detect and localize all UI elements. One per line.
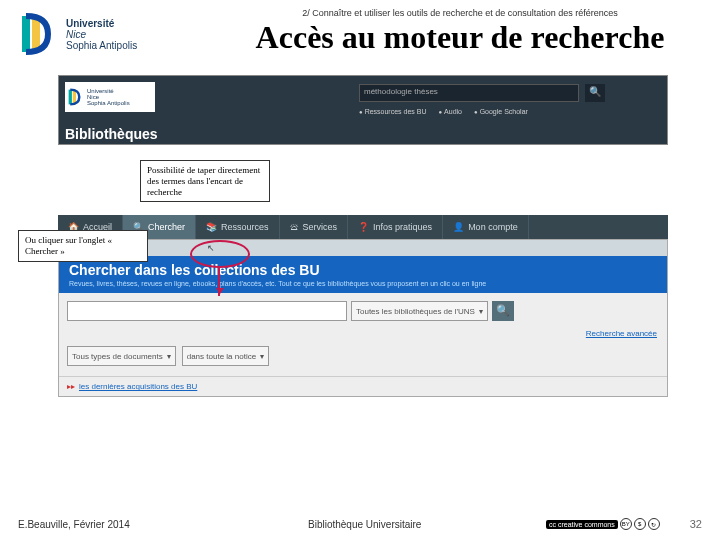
chevron-right-icon: ▸▸ xyxy=(67,382,75,391)
svg-rect-2 xyxy=(69,90,72,105)
bibliotheques-label: Bibliothèques xyxy=(65,126,158,142)
recent-acquisitions-link[interactable]: ▸▸ les dernières acquisitions des BU xyxy=(59,376,667,396)
field-dropdown[interactable]: dans toute la notice xyxy=(182,346,269,366)
logo-line3: Sophia Antipolis xyxy=(66,40,137,51)
search-banner: Chercher dans les collections des BU Rev… xyxy=(59,256,667,293)
search-heading: Chercher dans les collections des BU xyxy=(69,262,657,278)
search-page-screenshot: Accueil › Chercher ↖ Chercher dans les c… xyxy=(58,239,668,397)
cc-license: cccreative commons BY $ ↻ xyxy=(546,518,660,530)
header-tab-scholar[interactable]: Google Scholar xyxy=(474,108,528,115)
tab-compte[interactable]: 👤Mon compte xyxy=(443,215,529,239)
slide-title: Accès au moteur de recherche xyxy=(218,20,702,55)
cc-by-icon: BY xyxy=(620,518,632,530)
slide-footer: E.Beauville, Février 2014 Bibliothèque U… xyxy=(0,518,720,530)
logo-line1: Université xyxy=(66,18,114,29)
advanced-search-link[interactable]: Recherche avancée xyxy=(59,329,667,342)
svg-rect-0 xyxy=(22,16,30,52)
tab-services[interactable]: 🛎Services xyxy=(280,215,349,239)
search-subtext: Revues, livres, thèses, revues en ligne,… xyxy=(69,280,657,287)
bell-icon: 🛎 xyxy=(290,222,299,232)
mini-logo: Université Nice Sophia Antipolis xyxy=(65,82,155,112)
cc-sa-icon: ↻ xyxy=(648,518,660,530)
breadcrumb-bar: Accueil › Chercher ↖ xyxy=(59,240,667,256)
help-icon: ❓ xyxy=(358,222,369,232)
logo-line2: Nice xyxy=(66,29,86,40)
header-tab-audio[interactable]: Audio xyxy=(438,108,462,115)
book-icon: 📚 xyxy=(206,222,217,232)
cc-nc-icon: $ xyxy=(634,518,646,530)
header-search-input[interactable]: méthodologie thèses xyxy=(359,84,579,102)
arrow-down-icon xyxy=(218,268,220,296)
tab-ressources[interactable]: 📚Ressources xyxy=(196,215,280,239)
main-nav: 🏠Accueil 🔍Chercher 📚Ressources 🛎Services… xyxy=(58,215,668,239)
university-logo: Université Nice Sophia Antipolis xyxy=(18,12,137,56)
doc-type-dropdown[interactable]: Tous types de documents xyxy=(67,346,176,366)
highlight-circle xyxy=(190,240,250,268)
callout-search-box: Possibilité de taper directement des ter… xyxy=(140,160,270,202)
footer-author: E.Beauville, Février 2014 xyxy=(18,519,198,530)
tab-infos[interactable]: ❓Infos pratiques xyxy=(348,215,443,239)
section-breadcrumb: 2/ Connaître et utiliser les outils de r… xyxy=(218,8,702,18)
footer-org: Bibliothèque Universitaire xyxy=(308,519,546,530)
search-icon[interactable]: 🔍 xyxy=(585,84,605,102)
go-button[interactable]: 🔍 xyxy=(492,301,514,321)
main-search-input[interactable] xyxy=(67,301,347,321)
library-header-screenshot: Université Nice Sophia Antipolis Bibliot… xyxy=(58,75,668,145)
page-number: 32 xyxy=(690,518,702,530)
callout-chercher-tab: Ou cliquer sur l'onglet « Chercher » xyxy=(18,230,148,262)
header-tab-resources[interactable]: Ressources des BU xyxy=(359,108,426,115)
scope-dropdown[interactable]: Toutes les bibliothèques de l'UNS xyxy=(351,301,488,321)
user-icon: 👤 xyxy=(453,222,464,232)
